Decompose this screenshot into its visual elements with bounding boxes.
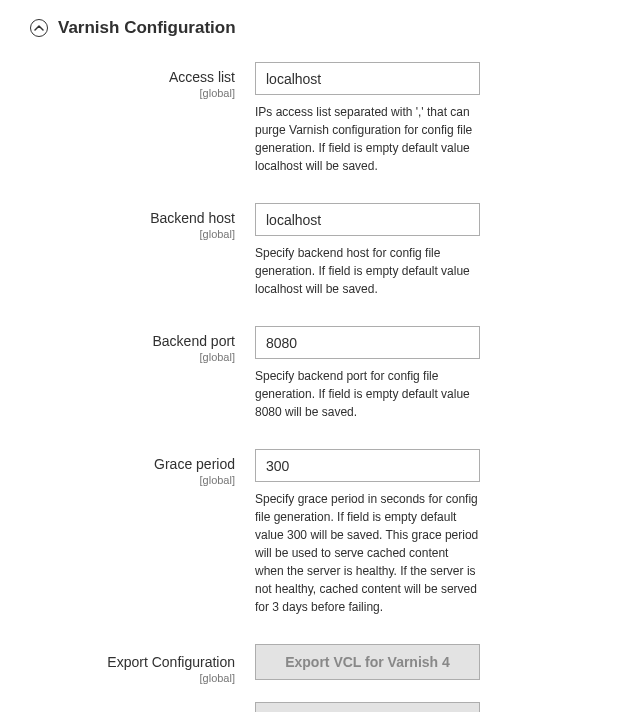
scope-label: [global] <box>30 474 235 486</box>
field-label: Backend port <box>30 332 235 350</box>
section-title: Varnish Configuration <box>58 18 236 38</box>
scope-label: [global] <box>30 351 235 363</box>
input-col: Specify grace period in seconds for conf… <box>255 449 480 616</box>
label-col: [global] <box>30 702 255 712</box>
field-export-varnish4: Export Configuration [global] Export VCL… <box>30 644 592 684</box>
helper-text: Specify backend port for config file gen… <box>255 367 480 421</box>
field-backend-port: Backend port [global] Specify backend po… <box>30 326 592 421</box>
label-col: Grace period [global] <box>30 449 255 486</box>
field-backend-host: Backend host [global] Specify backend ho… <box>30 203 592 298</box>
backend-port-input[interactable] <box>255 326 480 359</box>
input-col: Specify backend host for config file gen… <box>255 203 480 298</box>
export-varnish5-button[interactable]: Export VCL for Varnish 5 <box>255 702 480 712</box>
field-grace-period: Grace period [global] Specify grace peri… <box>30 449 592 616</box>
label-col: Access list [global] <box>30 62 255 99</box>
helper-text: Specify backend host for config file gen… <box>255 244 480 298</box>
field-label: Grace period <box>30 455 235 473</box>
export-varnish4-button[interactable]: Export VCL for Varnish 4 <box>255 644 480 680</box>
access-list-input[interactable] <box>255 62 480 95</box>
input-col: Export VCL for Varnish 5 <box>255 702 480 712</box>
field-export-varnish5: [global] Export VCL for Varnish 5 <box>30 702 592 712</box>
input-col: IPs access list separated with ',' that … <box>255 62 480 175</box>
scope-label: [global] <box>30 228 235 240</box>
field-access-list: Access list [global] IPs access list sep… <box>30 62 592 175</box>
grace-period-input[interactable] <box>255 449 480 482</box>
section-header[interactable]: Varnish Configuration <box>30 18 592 38</box>
helper-text: IPs access list separated with ',' that … <box>255 103 480 175</box>
field-label: Backend host <box>30 209 235 227</box>
label-col: Backend host [global] <box>30 203 255 240</box>
input-col: Specify backend port for config file gen… <box>255 326 480 421</box>
scope-label: [global] <box>30 87 235 99</box>
field-label: Access list <box>30 68 235 86</box>
collapse-icon <box>30 19 48 37</box>
label-col: Backend port [global] <box>30 326 255 363</box>
helper-text: Specify grace period in seconds for conf… <box>255 490 480 616</box>
input-col: Export VCL for Varnish 4 <box>255 644 480 680</box>
backend-host-input[interactable] <box>255 203 480 236</box>
field-label: Export Configuration <box>30 653 235 671</box>
label-col: Export Configuration [global] <box>30 644 255 684</box>
scope-label: [global] <box>30 672 235 684</box>
